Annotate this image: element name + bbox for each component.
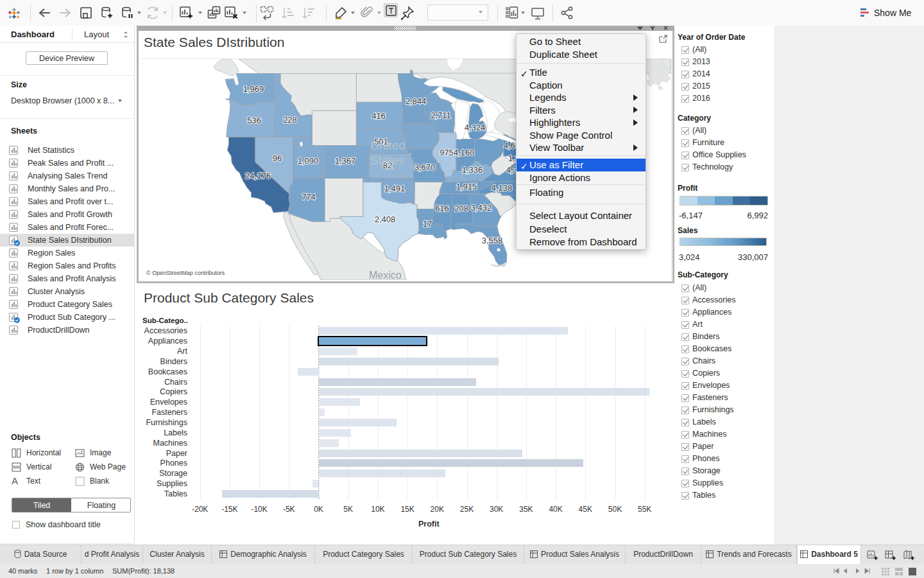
svg-text:774: 774 (302, 192, 316, 202)
svg-text:1,367: 1,367 (335, 156, 356, 166)
svg-text:228: 228 (283, 115, 297, 125)
svg-text:1,090: 1,090 (298, 156, 319, 166)
svg-text:Mexico: Mexico (369, 270, 402, 280)
svg-text:4,138: 4,138 (492, 183, 513, 193)
svg-text:17: 17 (423, 219, 432, 229)
svg-text:96: 96 (273, 153, 282, 163)
svg-text:2,408: 2,408 (375, 215, 396, 224)
svg-text:3,558: 3,558 (482, 236, 503, 245)
svg-text:24,176: 24,176 (245, 171, 271, 180)
svg-text:3,670: 3,670 (415, 162, 436, 172)
svg-text:3,432: 3,432 (471, 203, 492, 213)
svg-text:2,844: 2,844 (406, 96, 427, 106)
svg-text:1,915: 1,915 (456, 182, 477, 191)
svg-text:616: 616 (435, 204, 449, 213)
svg-text:4,160: 4,160 (454, 148, 475, 157)
svg-text:536: 536 (247, 116, 261, 125)
svg-text:975: 975 (440, 148, 454, 157)
svg-text:1,336: 1,336 (462, 165, 483, 175)
svg-text:416: 416 (372, 111, 386, 121)
svg-text:1,491: 1,491 (384, 184, 406, 193)
svg-text:501: 501 (374, 137, 388, 146)
svg-text:208: 208 (454, 204, 468, 213)
svg-text:4,324: 4,324 (465, 123, 486, 132)
svg-text:82: 82 (383, 161, 392, 170)
svg-text:2,711: 2,711 (431, 110, 451, 120)
svg-text:1,969: 1,969 (243, 84, 264, 94)
